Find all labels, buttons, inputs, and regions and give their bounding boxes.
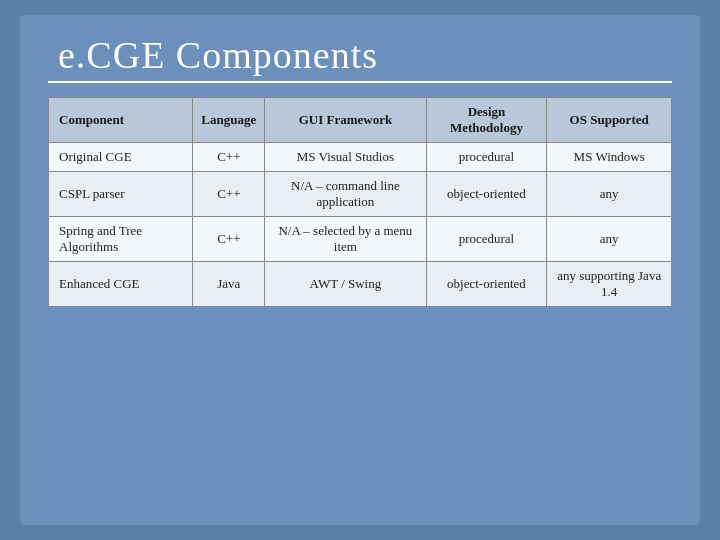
cell-1-gui_framework: N/A – command line application bbox=[265, 172, 426, 217]
cell-0-os_supported: MS Windows bbox=[547, 143, 672, 172]
slide: e.CGE Components Component Language GUI … bbox=[20, 15, 700, 525]
table-header-row: Component Language GUI Framework Design … bbox=[49, 98, 672, 143]
col-header-os: OS Supported bbox=[547, 98, 672, 143]
cell-1-design_methodology: object-oriented bbox=[426, 172, 547, 217]
cell-0-component: Original CGE bbox=[49, 143, 193, 172]
cell-1-os_supported: any bbox=[547, 172, 672, 217]
table-row: CSPL parserC++N/A – command line applica… bbox=[49, 172, 672, 217]
cell-1-component: CSPL parser bbox=[49, 172, 193, 217]
table-row: Enhanced CGEJavaAWT / Swingobject-orient… bbox=[49, 262, 672, 307]
cell-2-os_supported: any bbox=[547, 217, 672, 262]
cell-2-language: C++ bbox=[193, 217, 265, 262]
components-table: Component Language GUI Framework Design … bbox=[48, 97, 672, 307]
cell-3-gui_framework: AWT / Swing bbox=[265, 262, 426, 307]
cell-3-component: Enhanced CGE bbox=[49, 262, 193, 307]
cell-2-gui_framework: N/A – selected by a menu item bbox=[265, 217, 426, 262]
col-header-design: Design Methodology bbox=[426, 98, 547, 143]
cell-3-language: Java bbox=[193, 262, 265, 307]
cell-0-gui_framework: MS Visual Studios bbox=[265, 143, 426, 172]
cell-2-component: Spring and Tree Algorithms bbox=[49, 217, 193, 262]
table-row: Original CGEC++MS Visual Studiosprocedur… bbox=[49, 143, 672, 172]
table-row: Spring and Tree AlgorithmsC++N/A – selec… bbox=[49, 217, 672, 262]
title-underline bbox=[48, 81, 672, 83]
cell-3-os_supported: any supporting Java 1.4 bbox=[547, 262, 672, 307]
cell-1-language: C++ bbox=[193, 172, 265, 217]
cell-0-design_methodology: procedural bbox=[426, 143, 547, 172]
table-wrapper: Component Language GUI Framework Design … bbox=[48, 97, 672, 507]
page-title: e.CGE Components bbox=[48, 33, 672, 77]
col-header-language: Language bbox=[193, 98, 265, 143]
title-section: e.CGE Components bbox=[48, 33, 672, 83]
cell-3-design_methodology: object-oriented bbox=[426, 262, 547, 307]
cell-0-language: C++ bbox=[193, 143, 265, 172]
col-header-component: Component bbox=[49, 98, 193, 143]
col-header-gui: GUI Framework bbox=[265, 98, 426, 143]
cell-2-design_methodology: procedural bbox=[426, 217, 547, 262]
